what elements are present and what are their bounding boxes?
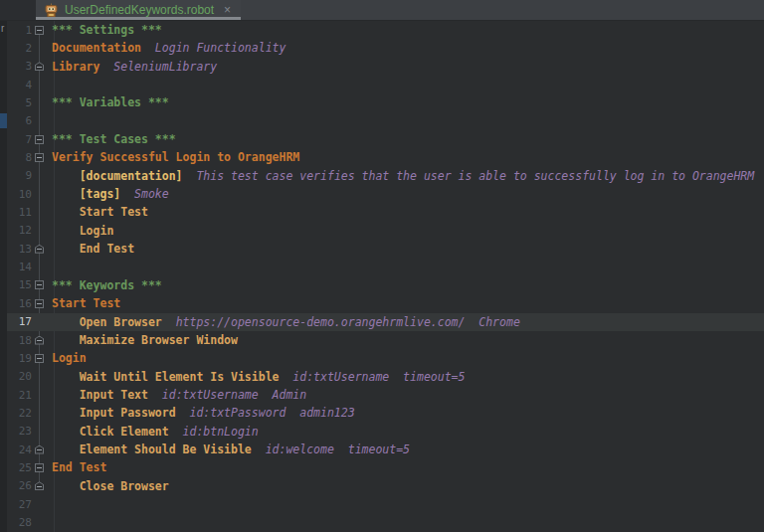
code-token-sec: *** Test Cases *** — [52, 132, 176, 146]
line-number: 4 — [7, 79, 32, 91]
code-text: *** Keywords *** — [47, 276, 764, 294]
code-token-call: Close Browser — [52, 479, 169, 493]
code-line[interactable]: 23 Click Element id:btnLogin — [7, 423, 764, 441]
code-line[interactable]: 27 — [7, 495, 764, 513]
code-text: Input Text id:txtUsername Admin — [47, 386, 764, 404]
line-number: 5 — [7, 96, 32, 109]
code-token-call: Click Element — [52, 425, 169, 439]
line-number: 22 — [7, 407, 32, 420]
code-token-sec: *** Variables *** — [52, 95, 169, 109]
code-line[interactable]: 22 Input Password id:txtPassword admin12… — [7, 404, 764, 422]
code-token-meta: [documentation] — [52, 169, 183, 183]
fold-marker-icon[interactable] — [35, 135, 44, 144]
code-line[interactable]: 18 Maximize Browser Window — [7, 331, 764, 349]
fold-marker-icon[interactable] — [35, 280, 44, 289]
fold-marker-icon[interactable] — [35, 245, 44, 254]
code-line[interactable]: 9 [documentation] This test case verifie… — [7, 167, 764, 185]
code-token-sec: *** Settings *** — [52, 23, 162, 37]
code-text: Element Should Be Visible id:welcome tim… — [47, 441, 764, 458]
fold-column — [32, 245, 47, 254]
code-text: *** Test Cases *** — [47, 130, 764, 148]
code-line[interactable]: 12 Login — [7, 222, 764, 240]
code-text: Login — [47, 349, 764, 367]
fold-marker-icon[interactable] — [35, 153, 44, 162]
code-text: Login — [47, 222, 764, 240]
code-line[interactable]: 14 — [7, 258, 764, 275]
code-line[interactable]: 13 End Test — [7, 240, 764, 258]
code-text: [tags] Smoke — [47, 185, 764, 203]
code-line[interactable]: 2 Documentation Login Functionality — [7, 39, 764, 57]
code-line[interactable]: 21 Input Text id:txtUsername Admin — [7, 386, 764, 404]
code-line[interactable]: 10 [tags] Smoke — [7, 185, 764, 203]
code-token-arg: id:btnLogin — [169, 425, 259, 439]
code-text: [documentation] This test case verifies … — [47, 167, 764, 185]
tab-close-icon[interactable]: × — [224, 4, 231, 16]
fold-marker-icon[interactable] — [35, 299, 44, 308]
code-line[interactable]: 28 — [7, 513, 764, 531]
code-line[interactable]: 25 End Test — [7, 458, 764, 476]
code-editor[interactable]: 1 *** Settings *** 2 Documentation Login… — [7, 21, 764, 532]
code-token-arg: id:txtUsername timeout=5 — [279, 370, 465, 384]
fold-marker-icon[interactable] — [35, 481, 44, 490]
code-token-arg: id:txtPassword admin123 — [176, 406, 355, 420]
fold-column — [32, 280, 47, 289]
fold-column — [32, 299, 47, 308]
code-line[interactable]: 24 Element Should Be Visible id:welcome … — [7, 441, 764, 458]
code-line[interactable]: 15 *** Keywords *** — [7, 276, 764, 294]
line-number: 18 — [7, 334, 32, 347]
code-token-arg: SeleniumLibrary — [99, 60, 217, 74]
code-line[interactable]: 26 Close Browser — [7, 477, 764, 495]
code-line[interactable]: 1 *** Settings *** — [7, 21, 764, 39]
tab-userdefinedkeywords-robot[interactable]: UserDefinedKeywords.robot × — [36, 0, 241, 20]
line-number: 20 — [7, 370, 32, 383]
code-text: Documentation Login Functionality — [47, 39, 764, 57]
code-token-arg: This test case verifies that the user is… — [183, 169, 755, 183]
code-token-arg: id:welcome timeout=5 — [252, 443, 410, 456]
code-text: Verify Successful Login to OrangeHRM — [47, 148, 764, 166]
fold-marker-icon[interactable] — [35, 62, 44, 71]
editor-tab-bar: UserDefinedKeywords.robot × — [0, 0, 764, 21]
fold-column — [32, 481, 47, 490]
code-text: *** Settings *** — [47, 21, 764, 39]
code-line[interactable]: 11 Start Test — [7, 203, 764, 221]
code-line[interactable]: 19 Login — [7, 349, 764, 367]
code-text: Start Test — [47, 203, 764, 221]
line-number: 25 — [7, 461, 32, 474]
line-number: 13 — [7, 243, 32, 256]
fold-column — [32, 445, 47, 454]
fold-marker-icon[interactable] — [35, 463, 44, 472]
fold-column — [32, 354, 47, 363]
line-number: 7 — [7, 133, 32, 146]
active-tab-underline — [36, 17, 241, 20]
fold-marker-icon[interactable] — [35, 26, 44, 35]
code-text: End Test — [47, 458, 764, 476]
code-token-meta: [tags] — [52, 187, 120, 201]
code-token-call: Element Should Be Visible — [52, 443, 252, 456]
line-number: 15 — [7, 278, 32, 291]
code-text: Close Browser — [47, 477, 764, 495]
fold-marker-icon[interactable] — [35, 445, 44, 454]
fold-column — [32, 62, 47, 71]
fold-marker-icon[interactable] — [35, 336, 44, 345]
code-token-call: Input Password — [52, 406, 176, 420]
code-area: 1 *** Settings *** 2 Documentation Login… — [7, 21, 764, 532]
code-token-call: Start Test — [52, 205, 148, 219]
code-line[interactable]: 5 *** Variables *** — [7, 93, 764, 111]
code-text: Maximize Browser Window — [47, 331, 764, 349]
line-number: 9 — [7, 169, 32, 182]
line-number: 14 — [7, 261, 32, 273]
code-line[interactable]: 20 Wait Until Element Is Visible id:txtU… — [7, 368, 764, 386]
code-line[interactable]: 3 Library SeleniumLibrary — [7, 58, 764, 76]
code-token-call: Maximize Browser Window — [52, 333, 238, 347]
code-line[interactable]: 6 — [7, 112, 764, 130]
line-number: 12 — [7, 224, 32, 237]
code-line[interactable]: 8 Verify Successful Login to OrangeHRM — [7, 148, 764, 166]
code-text: Open Browser https://opensource-demo.ora… — [47, 313, 764, 331]
code-line[interactable]: 7 *** Test Cases *** — [7, 130, 764, 148]
fold-marker-icon[interactable] — [35, 354, 44, 363]
code-token-call: Login — [52, 224, 113, 238]
code-line[interactable]: 4 — [7, 76, 764, 93]
code-line[interactable]: 16 Start Test — [7, 294, 764, 312]
line-number: 21 — [7, 389, 32, 402]
code-line[interactable]: 17 Open Browser https://opensource-demo.… — [7, 313, 764, 331]
